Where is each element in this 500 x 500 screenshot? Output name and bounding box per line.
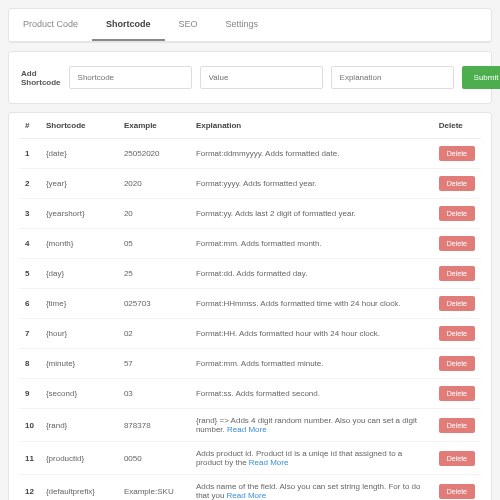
delete-button[interactable]: Delete: [439, 326, 475, 341]
row-num: 5: [19, 259, 40, 289]
row-shortcode: {day}: [40, 259, 118, 289]
delete-button[interactable]: Delete: [439, 296, 475, 311]
row-example: 57: [118, 349, 190, 379]
row-delete-cell: Delete: [433, 319, 481, 349]
table-row: 10{rand}878378{rand} => Adds 4 digit ran…: [19, 409, 481, 442]
delete-button[interactable]: Delete: [439, 206, 475, 221]
row-shortcode: {rand}: [40, 409, 118, 442]
row-num: 12: [19, 475, 40, 501]
row-delete-cell: Delete: [433, 379, 481, 409]
row-delete-cell: Delete: [433, 442, 481, 475]
row-explanation: Format:yyyy. Adds formatted year.: [190, 169, 433, 199]
row-example: 05: [118, 229, 190, 259]
row-example: 878378: [118, 409, 190, 442]
row-delete-cell: Delete: [433, 199, 481, 229]
header-delete: Delete: [433, 113, 481, 139]
row-example: 02: [118, 319, 190, 349]
row-num: 10: [19, 409, 40, 442]
read-more-link[interactable]: Read More: [227, 425, 267, 434]
row-num: 8: [19, 349, 40, 379]
header-explanation: Explanation: [190, 113, 433, 139]
row-explanation: {rand} => Adds 4 digit random number. Al…: [190, 409, 433, 442]
tab-shortcode[interactable]: Shortcode: [92, 9, 165, 41]
row-num: 4: [19, 229, 40, 259]
row-delete-cell: Delete: [433, 475, 481, 501]
table-row: 4{month}05Format:mm. Adds formatted mont…: [19, 229, 481, 259]
row-explanation: Format:dd. Adds formatted day.: [190, 259, 433, 289]
row-shortcode: {defaultprefix}: [40, 475, 118, 501]
row-explanation: Format:mm. Adds formatted minute.: [190, 349, 433, 379]
header-shortcode: Shortcode: [40, 113, 118, 139]
header-example: Example: [118, 113, 190, 139]
table-row: 3{yearshort}20Format:yy. Adds last 2 dig…: [19, 199, 481, 229]
tab-product-code[interactable]: Product Code: [9, 9, 92, 41]
row-delete-cell: Delete: [433, 289, 481, 319]
shortcode-input[interactable]: [69, 66, 192, 89]
tab-settings[interactable]: Settings: [212, 9, 273, 41]
row-explanation: Adds product id. Product id is a uniqe i…: [190, 442, 433, 475]
row-num: 3: [19, 199, 40, 229]
delete-button[interactable]: Delete: [439, 484, 475, 499]
submit-button[interactable]: Submit: [462, 66, 500, 89]
read-more-link[interactable]: Read More: [227, 491, 267, 500]
delete-button[interactable]: Delete: [439, 386, 475, 401]
row-num: 2: [19, 169, 40, 199]
row-delete-cell: Delete: [433, 139, 481, 169]
table-row: 5{day}25Format:dd. Adds formatted day.De…: [19, 259, 481, 289]
row-explanation: Format:yy. Adds last 2 digit of formatte…: [190, 199, 433, 229]
delete-button[interactable]: Delete: [439, 266, 475, 281]
row-example: 2020: [118, 169, 190, 199]
delete-button[interactable]: Delete: [439, 356, 475, 371]
row-example: 025703: [118, 289, 190, 319]
shortcode-table: # Shortcode Example Explanation Delete 1…: [19, 113, 481, 500]
row-explanation: Adds name of the field. Also you can set…: [190, 475, 433, 501]
row-example: Example:SKU: [118, 475, 190, 501]
row-shortcode: {minute}: [40, 349, 118, 379]
form-title: Add Shortcode: [21, 69, 61, 87]
row-num: 9: [19, 379, 40, 409]
delete-button[interactable]: Delete: [439, 176, 475, 191]
table-row: 1{date}25052020Format:ddmmyyyy. Adds for…: [19, 139, 481, 169]
explanation-input[interactable]: [331, 66, 454, 89]
row-explanation: Format:mm. Adds formatted month.: [190, 229, 433, 259]
row-delete-cell: Delete: [433, 229, 481, 259]
row-delete-cell: Delete: [433, 409, 481, 442]
row-explanation: Format:HH. Adds formatted hour with 24 h…: [190, 319, 433, 349]
delete-button[interactable]: Delete: [439, 451, 475, 466]
row-example: 25052020: [118, 139, 190, 169]
row-shortcode: {month}: [40, 229, 118, 259]
row-num: 6: [19, 289, 40, 319]
row-example: 0050: [118, 442, 190, 475]
header-num: #: [19, 113, 40, 139]
delete-button[interactable]: Delete: [439, 146, 475, 161]
row-shortcode: {year}: [40, 169, 118, 199]
row-shortcode: {productid}: [40, 442, 118, 475]
table-row: 9{second}03Format:ss. Adds formatted sec…: [19, 379, 481, 409]
table-row: 2{year}2020Format:yyyy. Adds formatted y…: [19, 169, 481, 199]
read-more-link[interactable]: Read More: [249, 458, 289, 467]
row-delete-cell: Delete: [433, 259, 481, 289]
row-explanation: Format:HHmmss. Adds formatted time with …: [190, 289, 433, 319]
table-panel: # Shortcode Example Explanation Delete 1…: [8, 112, 492, 500]
add-form-row: Add Shortcode Submit: [9, 52, 491, 103]
table-row: 12{defaultprefix}Example:SKUAdds name of…: [19, 475, 481, 501]
row-explanation: Format:ss. Adds formatted second.: [190, 379, 433, 409]
row-example: 25: [118, 259, 190, 289]
row-example: 20: [118, 199, 190, 229]
tabs-panel: Product Code Shortcode SEO Settings: [8, 8, 492, 43]
row-shortcode: {second}: [40, 379, 118, 409]
row-num: 1: [19, 139, 40, 169]
table-header-row: # Shortcode Example Explanation Delete: [19, 113, 481, 139]
tab-seo[interactable]: SEO: [165, 9, 212, 41]
value-input[interactable]: [200, 66, 323, 89]
row-delete-cell: Delete: [433, 169, 481, 199]
row-shortcode: {yearshort}: [40, 199, 118, 229]
row-num: 7: [19, 319, 40, 349]
table-row: 11{productid}0050Adds product id. Produc…: [19, 442, 481, 475]
delete-button[interactable]: Delete: [439, 418, 475, 433]
row-explanation: Format:ddmmyyyy. Adds formatted date.: [190, 139, 433, 169]
row-shortcode: {date}: [40, 139, 118, 169]
row-shortcode: {hour}: [40, 319, 118, 349]
table-row: 7{hour}02Format:HH. Adds formatted hour …: [19, 319, 481, 349]
delete-button[interactable]: Delete: [439, 236, 475, 251]
